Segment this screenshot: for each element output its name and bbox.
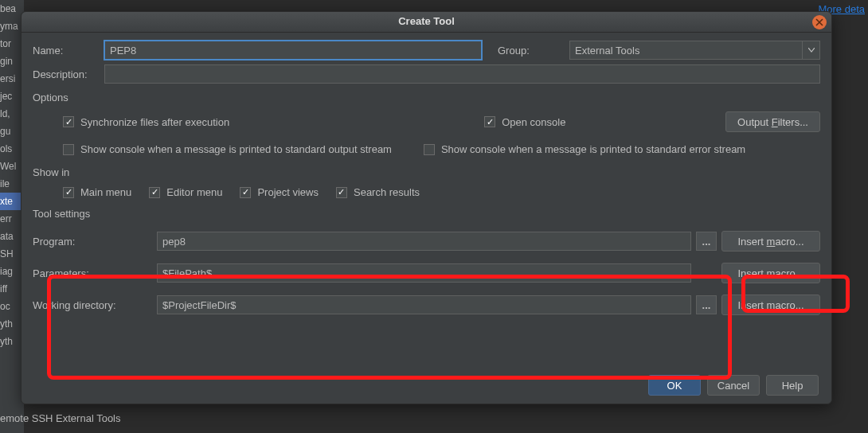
show-console-stderr-checkbox[interactable]: Show console when a message is printed t…: [424, 143, 745, 155]
project-views-label: Project views: [257, 186, 319, 198]
open-console-checkbox[interactable]: Open console: [484, 116, 565, 128]
show-console-stdout-checkbox[interactable]: Show console when a message is printed t…: [63, 143, 392, 155]
project-views-checkbox[interactable]: Project views: [240, 186, 319, 198]
parameters-insert-macro-button[interactable]: Insert macro...: [721, 263, 820, 283]
sync-files-checkbox[interactable]: Synchronize files after execution: [63, 116, 229, 128]
working-directory-label: Working directory:: [33, 299, 157, 311]
program-input[interactable]: [157, 232, 691, 251]
open-console-label: Open console: [502, 116, 565, 128]
name-input[interactable]: [104, 41, 482, 60]
parameters-label: Parameters:: [33, 267, 157, 279]
dialog-title: Create Tool: [22, 15, 831, 27]
workdir-insert-macro-button[interactable]: Insert macro...: [721, 295, 820, 315]
group-select[interactable]: External Tools: [569, 41, 820, 60]
show-console-stderr-label: Show console when a message is printed t…: [441, 143, 745, 155]
checkbox-icon: [336, 187, 347, 198]
chevron-down-icon[interactable]: [802, 41, 819, 59]
working-directory-browse-button[interactable]: ...: [696, 295, 717, 314]
group-select-value: External Tools: [575, 45, 639, 57]
checkbox-icon: [240, 187, 251, 198]
checkbox-icon: [424, 144, 435, 155]
checkbox-icon: [484, 116, 495, 127]
showin-header: Show in: [33, 166, 820, 178]
editor-menu-checkbox[interactable]: Editor menu: [149, 186, 222, 198]
close-icon[interactable]: [812, 15, 827, 29]
description-label: Description:: [33, 68, 104, 80]
create-tool-dialog: Create Tool Name: Group: External Tools …: [21, 11, 832, 404]
checkbox-icon: [63, 187, 74, 198]
main-menu-label: Main menu: [80, 186, 131, 198]
program-label: Program:: [33, 236, 157, 248]
background-sidebar-label: emote SSH External Tools: [0, 412, 121, 424]
search-results-label: Search results: [354, 186, 420, 198]
parameters-input[interactable]: [157, 263, 691, 283]
editor-menu-label: Editor menu: [166, 186, 222, 198]
output-filters-button[interactable]: Output Filters...: [725, 111, 820, 132]
main-menu-checkbox[interactable]: Main menu: [63, 186, 131, 198]
group-label: Group:: [498, 45, 569, 57]
show-console-stdout-label: Show console when a message is printed t…: [80, 143, 392, 155]
tool-settings-header: Tool settings: [33, 208, 820, 220]
ok-button[interactable]: OK: [648, 375, 701, 396]
search-results-checkbox[interactable]: Search results: [336, 186, 420, 198]
program-insert-macro-button[interactable]: Insert macro...: [721, 231, 820, 252]
working-directory-input[interactable]: [157, 295, 691, 314]
program-browse-button[interactable]: ...: [696, 232, 717, 251]
description-input[interactable]: [104, 64, 820, 84]
checkbox-icon: [63, 144, 74, 155]
checkbox-icon: [63, 116, 74, 127]
dialog-titlebar: Create Tool: [22, 12, 831, 33]
help-button[interactable]: Help: [766, 375, 819, 396]
name-label: Name:: [33, 45, 104, 57]
cancel-button[interactable]: Cancel: [707, 375, 760, 396]
checkbox-icon: [149, 187, 160, 198]
options-header: Options: [33, 92, 820, 103]
sync-files-label: Synchronize files after execution: [80, 116, 229, 128]
